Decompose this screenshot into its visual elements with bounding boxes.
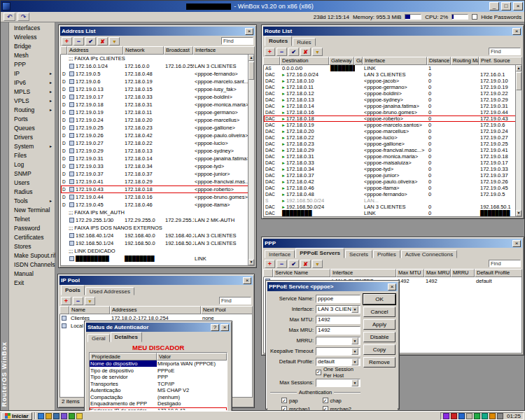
remove-button[interactable] (276, 260, 287, 268)
column-header-flags[interactable] (263, 57, 280, 65)
filter-button[interactable] (85, 297, 95, 305)
mrru-input[interactable] (316, 337, 360, 345)
enable-button[interactable] (85, 37, 96, 46)
column-header[interactable]: Valor (157, 353, 227, 360)
column-header[interactable]: Max MRU (424, 269, 451, 277)
sidebar-item[interactable]: Stores (9, 241, 55, 251)
auth-option[interactable]: ✓ mschap2 (323, 405, 361, 410)
dropdown-icon[interactable] (351, 379, 358, 386)
column-header[interactable]: Gateway (329, 57, 354, 65)
max-mru-input[interactable]: 1492 (316, 326, 360, 335)
auth-option[interactable]: ✓ chap (323, 397, 361, 404)
address-row[interactable]: D 172.19.0.29 172.18.0.13 <pppoe-sydney> (61, 147, 254, 155)
find-box[interactable]: Find (221, 37, 253, 45)
outlook-icon[interactable] (46, 413, 52, 419)
ppp-titlebar[interactable]: PPP (263, 239, 522, 248)
maximize-button[interactable] (501, 2, 511, 10)
dropdown-icon[interactable] (351, 337, 358, 344)
column-header-flags[interactable] (263, 269, 273, 277)
address-row[interactable]: D 172.19.0.17 172.18.0.33 <pppoe-boldini… (61, 93, 254, 101)
address-row[interactable]: D 172.19.0.43 172.18.0.18 <pppoe-roberto… (61, 186, 254, 193)
clock-sync-icon[interactable] (497, 413, 503, 419)
property-row[interactable]: Nome do dispositivo Miniporta WAN (PPPOE… (90, 360, 227, 368)
sidebar-item[interactable]: Interfaces (9, 23, 55, 32)
tab[interactable]: Geral (88, 334, 110, 342)
column-header[interactable]: Pref. Source (479, 57, 522, 65)
address-row[interactable]: D 172.19.0.33 172.18.0.34 <pppoe-tyd> (61, 162, 254, 170)
add-button[interactable] (61, 297, 71, 305)
address-row[interactable]: D 172.19.0.6 172.18.0.19 <pppoe-marcelo.… (61, 78, 254, 85)
sidebar-item[interactable]: IP ▸ (9, 69, 55, 78)
sidebar-item[interactable]: IPv6 ▸ (9, 78, 55, 87)
column-header[interactable]: Gat... (354, 57, 363, 65)
minimize-button[interactable] (489, 2, 499, 10)
disable-button[interactable] (300, 48, 311, 56)
column-header[interactable]: Interface (363, 57, 427, 65)
address-row[interactable]: 192.168.50.1/24 192.168.50.0 192.168.50.… (61, 239, 254, 247)
sidebar-item[interactable]: Ports (9, 114, 55, 123)
remove-button[interactable] (73, 297, 83, 305)
tab[interactable]: Pools (61, 285, 85, 295)
column-header[interactable]: Max MTU (396, 269, 424, 277)
tab[interactable]: Used Addresses (85, 287, 134, 295)
property-row[interactable]: Tipo de dispositivo PPPoE (90, 368, 227, 374)
address-row[interactable]: D 172.19.0.5 172.18.0.48 <pppoe-fernando… (61, 70, 254, 78)
sidebar-item[interactable]: Manual (9, 269, 55, 278)
sidebar-item[interactable]: Routing ▸ (9, 105, 55, 114)
property-row[interactable]: Enquadramento de PPP Desligado (90, 400, 227, 407)
sidebar-item[interactable]: Password (9, 223, 55, 232)
sidebar-item[interactable]: Queues (9, 123, 55, 132)
messenger-tray-icon[interactable] (482, 413, 488, 419)
column-header[interactable]: Destination (280, 57, 329, 65)
close-icon[interactable] (245, 28, 253, 35)
column-header[interactable]: Service Name (273, 269, 330, 277)
tab[interactable]: Routes (265, 36, 292, 46)
enable-button[interactable] (288, 48, 299, 56)
update-icon[interactable] (489, 413, 496, 419)
column-header[interactable]: Address (67, 46, 123, 55)
route-list-titlebar[interactable]: Route List (263, 27, 522, 36)
dialog-button[interactable]: Remove (363, 357, 396, 368)
add-button[interactable] (62, 37, 72, 46)
column-header[interactable]: Addresses (110, 306, 201, 314)
address-row[interactable]: D 172.19.0.45 172.18.0.46 <pppoe-itama> (61, 201, 254, 209)
close-icon[interactable] (512, 240, 521, 247)
column-header[interactable]: Interface (330, 269, 396, 277)
sidebar-item[interactable]: Telnet (9, 214, 55, 223)
volume-icon[interactable] (466, 413, 472, 419)
show-desktop-icon[interactable] (53, 413, 59, 419)
sidebar-item[interactable]: MPLS ▸ (9, 87, 55, 96)
sidebar-item[interactable]: Wireless (9, 32, 55, 41)
tab[interactable]: Active Connections (401, 250, 457, 258)
tab[interactable]: Secrets (345, 250, 372, 258)
default-profile-select[interactable]: default (316, 358, 360, 366)
help-icon[interactable] (211, 324, 219, 331)
auth-checkbox[interactable]: ✓ (323, 398, 328, 403)
add-button[interactable] (265, 260, 275, 268)
address-list-titlebar[interactable]: Address List (60, 27, 255, 36)
auth-checkbox[interactable]: ✓ (281, 398, 287, 403)
undo-icon[interactable] (4, 13, 15, 21)
property-row[interactable]: Tipo de servidor PPP (90, 374, 227, 381)
route-row[interactable]: DAC ████████ LINK 0 ████████ (264, 210, 522, 216)
filter-button[interactable] (312, 48, 323, 56)
find-box[interactable]: Find (489, 260, 521, 267)
sidebar-item[interactable]: Make Supout.rif (9, 251, 55, 260)
sidebar-item[interactable]: Files (9, 150, 55, 160)
redo-icon[interactable] (18, 13, 29, 21)
dropdown-icon[interactable] (351, 348, 358, 355)
close-icon[interactable] (388, 284, 396, 290)
auth-option[interactable]: ✓ pap (281, 397, 320, 404)
auth-checkbox[interactable]: ✓ (281, 406, 287, 410)
ip-pool-titlebar[interactable]: IP Pool (59, 276, 253, 285)
scroll-down-icon[interactable]: ▼ (516, 210, 522, 216)
column-header[interactable]: Name (69, 306, 110, 314)
sidebar-item[interactable]: Bridge (9, 41, 55, 50)
remove-button[interactable] (276, 48, 287, 56)
address-row[interactable]: D 172.19.0.41 172.18.0.29 <pppoe-franciv… (61, 178, 254, 186)
sidebar-item[interactable]: New Terminal (9, 205, 55, 214)
folder-icon[interactable] (76, 413, 83, 419)
tab[interactable]: Profiles (373, 250, 400, 258)
address-row[interactable]: 172.16.0.1/24 172.16.0.0 172.16.0.255 LA… (61, 62, 254, 70)
column-header[interactable]: Next Pool (201, 306, 253, 314)
